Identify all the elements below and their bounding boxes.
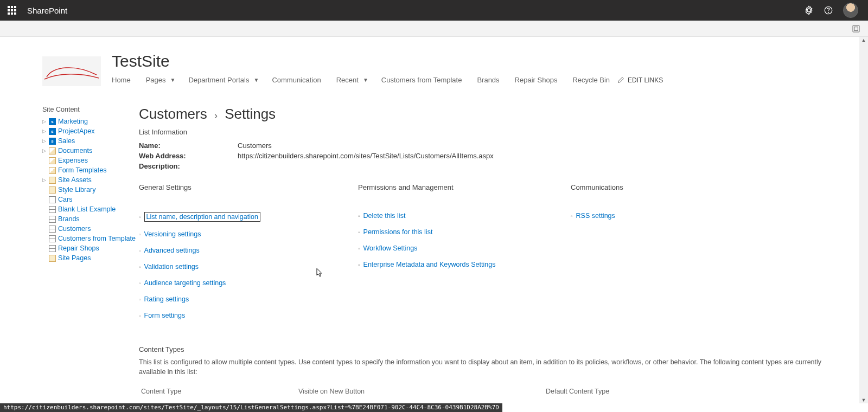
settings-link[interactable]: Validation settings (139, 259, 358, 275)
th-default-ct: Default Content Type (544, 384, 846, 398)
site-logo[interactable] (42, 56, 101, 86)
left-nav-item[interactable]: Repair Shops (42, 243, 139, 253)
nav-recent[interactable]: Recent (329, 74, 366, 86)
link-permissions-list[interactable]: Permissions for this list (363, 228, 433, 236)
settings-link[interactable]: Audience targeting settings (139, 275, 358, 291)
settings-link[interactable]: Permissions for this list (358, 224, 571, 240)
content-types-section: Content Types This list is configured to… (139, 345, 846, 403)
link-advanced-settings[interactable]: Advanced settings (144, 247, 200, 254)
nav-repair-shops[interactable]: Repair Shops (507, 74, 565, 86)
nav-pages[interactable]: Pages (138, 74, 174, 86)
settings-link[interactable]: Workflow Settings (358, 240, 571, 256)
scroll-up-icon[interactable]: ▲ (859, 37, 868, 43)
chevron-down-icon[interactable]: ▼ (170, 77, 181, 83)
link-workflow-settings[interactable]: Workflow Settings (363, 244, 418, 252)
library-icon (49, 186, 56, 194)
left-nav-label: Site Assets (58, 176, 92, 184)
scroll-down-icon[interactable]: ▼ (859, 397, 868, 403)
left-nav-label: Documents (58, 147, 92, 154)
nav-communication[interactable]: Communication (264, 74, 328, 86)
link-versioning-settings[interactable]: Versioning settings (144, 230, 201, 238)
focus-content-icon[interactable] (852, 24, 860, 33)
site-title[interactable]: TestSite (112, 52, 663, 70)
link-list-name-description[interactable]: List name, description and navigation (144, 212, 260, 222)
left-nav-label: Blank List Example (58, 205, 116, 213)
list-name-row: Name: Customers (139, 140, 846, 151)
app-launcher-icon[interactable] (4, 3, 20, 18)
page-body: TestSite Home Pages ▼ Department Portals… (0, 37, 868, 403)
edit-links-button[interactable]: EDIT LINKS (617, 76, 663, 84)
permissions-col: Permissions and Management Delete this l… (358, 183, 571, 324)
left-nav-item[interactable]: Cars (42, 195, 139, 204)
left-nav-label: Marketing (58, 118, 88, 125)
permissions-heading: Permissions and Management (358, 183, 571, 191)
left-nav-item[interactable]: ▷Sales (42, 136, 139, 146)
help-icon[interactable] (824, 5, 833, 15)
list-information-heading: List Information (139, 128, 846, 136)
left-nav-item[interactable]: ▷Documents (42, 146, 139, 156)
settings-link[interactable]: Form settings (139, 307, 358, 324)
scrollbar[interactable]: ▲ ▼ (859, 37, 868, 403)
link-validation-settings[interactable]: Validation settings (144, 263, 199, 271)
left-nav-item[interactable]: ▷ProjectApex (42, 126, 139, 136)
avatar[interactable] (843, 3, 858, 18)
library-icon (49, 255, 56, 262)
list-web-key: Web Address: (139, 152, 238, 160)
subsite-icon (49, 118, 56, 125)
settings-link[interactable]: Delete this list (358, 208, 571, 224)
chevron-down-icon[interactable]: ▼ (253, 77, 264, 83)
link-delete-list[interactable]: Delete this list (363, 212, 406, 220)
left-nav-label: Customers (58, 225, 91, 233)
link-form-settings[interactable]: Form settings (144, 312, 186, 319)
left-nav-item[interactable]: Brands (42, 214, 139, 224)
settings-link[interactable]: Rating settings (139, 291, 358, 307)
doclib-icon (49, 167, 56, 174)
ribbon-bar (0, 21, 868, 37)
top-nav: Home Pages ▼ Department Portals ▼ Commun… (112, 74, 663, 86)
left-nav-item[interactable]: Blank List Example (42, 204, 139, 214)
left-nav-item[interactable]: Expenses (42, 156, 139, 165)
left-nav-label: Site Pages (58, 254, 91, 262)
list-desc-row: Description: (139, 161, 846, 171)
breadcrumb-settings: Settings (225, 106, 276, 122)
left-nav-item[interactable]: Style Library (42, 185, 139, 195)
chevron-down-icon[interactable]: ▼ (363, 77, 374, 83)
link-enterprise-metadata[interactable]: Enterprise Metadata and Keywords Setting… (363, 261, 496, 268)
left-nav-label: Expenses (58, 157, 88, 164)
nav-department-portals[interactable]: Department Portals (181, 74, 257, 86)
edit-links-label: EDIT LINKS (628, 76, 663, 84)
nav-brands[interactable]: Brands (469, 74, 507, 86)
breadcrumb-list[interactable]: Customers (139, 106, 207, 122)
left-nav: Site Content ▷Marketing ▷ProjectApex ▷Sa… (42, 106, 139, 403)
svg-point-1 (828, 12, 829, 13)
settings-link[interactable]: List name, description and navigation (139, 208, 358, 226)
suite-bar: SharePoint (0, 0, 868, 21)
library-icon (49, 177, 56, 184)
left-nav-item[interactable]: Customers (42, 224, 139, 234)
link-audience-targeting[interactable]: Audience targeting settings (144, 279, 226, 287)
svg-rect-2 (853, 25, 859, 32)
subsite-icon (49, 128, 56, 135)
left-nav-label: Style Library (58, 186, 95, 194)
nav-home[interactable]: Home (112, 74, 138, 86)
left-nav-item[interactable]: Site Pages (42, 253, 139, 263)
left-nav-item[interactable]: ▷Site Assets (42, 175, 139, 185)
link-rss-settings[interactable]: RSS settings (576, 212, 615, 220)
link-rating-settings[interactable]: Rating settings (144, 295, 189, 303)
left-nav-item[interactable]: Customers from Template (42, 234, 139, 243)
left-nav-heading: Site Content (42, 106, 139, 113)
settings-link[interactable]: Enterprise Metadata and Keywords Setting… (358, 256, 571, 273)
communications-heading: Communications (571, 183, 846, 191)
left-nav-item[interactable]: ▷Marketing (42, 117, 139, 126)
suite-brand-label[interactable]: SharePoint (27, 6, 67, 15)
list-icon (49, 196, 56, 203)
gear-icon[interactable] (804, 5, 814, 15)
settings-link[interactable]: Versioning settings (139, 226, 358, 242)
left-nav-label: Brands (58, 215, 80, 223)
left-nav-item[interactable]: Form Templates (42, 165, 139, 175)
list-web-value: https://citizenbuilders.sharepoint.com/s… (238, 152, 494, 160)
nav-customers-template[interactable]: Customers from Template (374, 74, 470, 86)
settings-link[interactable]: Advanced settings (139, 242, 358, 259)
nav-recycle-bin[interactable]: Recycle Bin (565, 74, 617, 86)
settings-link[interactable]: RSS settings (571, 208, 846, 224)
